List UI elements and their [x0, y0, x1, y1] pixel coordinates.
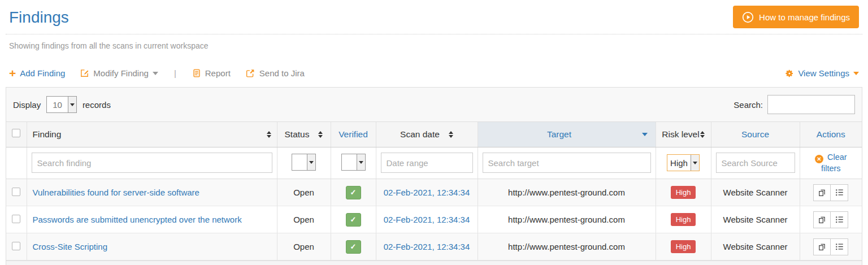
source-cell: Website Scanner	[711, 179, 800, 206]
date-range-filter-input[interactable]	[381, 153, 473, 173]
row-checkbox[interactable]	[12, 215, 20, 223]
column-header-status[interactable]: Status	[277, 122, 331, 147]
column-header-scan-date[interactable]: Scan date	[376, 122, 478, 147]
filter-actions-cell: ✕ Clear filters	[800, 147, 862, 179]
modify-finding-label: Modify Finding	[93, 68, 149, 78]
finding-cell: Vulnerabilities found for server-side so…	[27, 179, 277, 206]
page-size-control: Display 10 records	[13, 96, 111, 113]
row-checkbox-cell	[6, 206, 27, 233]
target-cell: http://www.pentest-ground.com	[478, 233, 656, 260]
global-search-input[interactable]	[767, 95, 855, 114]
how-to-manage-findings-button[interactable]: How to manage findings	[733, 6, 859, 28]
table-row: Cross-Site Scripting Open ✓ 02-Feb-2021,…	[6, 233, 862, 260]
risk-high-badge: High	[671, 213, 696, 226]
verified-cell: ✓	[331, 233, 376, 260]
records-label: records	[83, 100, 111, 110]
global-search-control: Search:	[734, 95, 855, 114]
clear-filters-button[interactable]: ✕ Clear filters	[813, 152, 848, 175]
verified-filter-value	[342, 154, 357, 170]
copy-icon	[818, 242, 826, 251]
report-label: Report	[205, 68, 231, 78]
column-header-actions: Actions	[800, 122, 862, 147]
table-filter-row: High ✕ Clear filters	[6, 147, 862, 179]
source-cell: Website Scanner	[711, 206, 800, 233]
target-cell: http://www.pentest-ground.com	[478, 179, 656, 206]
filter-status-cell	[277, 147, 331, 179]
add-finding-button[interactable]: + Add Finding	[9, 67, 65, 79]
copy-finding-button[interactable]	[813, 184, 831, 201]
actions-cell	[800, 233, 862, 260]
chevron-down-icon	[153, 72, 158, 75]
filter-target-cell	[478, 147, 656, 179]
add-finding-label: Add Finding	[20, 68, 65, 78]
play-circle-icon	[742, 11, 754, 23]
send-to-jira-label: Send to Jira	[259, 68, 305, 78]
filter-empty-cell	[6, 147, 27, 179]
scan-date-cell: 02-Feb-2021, 12:34:34	[376, 179, 478, 206]
verified-filter-select[interactable]	[341, 154, 366, 171]
finding-link[interactable]: Cross-Site Scripting	[33, 242, 108, 251]
scan-date-cell: 02-Feb-2021, 12:34:34	[376, 233, 478, 260]
finding-filter-input[interactable]	[32, 153, 272, 173]
report-button[interactable]: Report	[192, 68, 231, 78]
sort-icon	[318, 131, 323, 138]
select-arrow-icon	[68, 97, 76, 112]
status-cell: Open	[277, 206, 331, 233]
source-filter-input[interactable]	[716, 153, 795, 173]
status-cell: Open	[277, 179, 331, 206]
column-header-risk-level[interactable]: Risk level	[656, 122, 711, 147]
copy-finding-button[interactable]	[813, 211, 831, 228]
column-label: Status	[285, 129, 310, 140]
status-filter-value	[292, 154, 307, 170]
send-to-jira-button[interactable]: Send to Jira	[245, 68, 305, 78]
modify-finding-button[interactable]: Modify Finding	[80, 68, 158, 78]
actions-cell	[800, 179, 862, 206]
table-control-bar: Display 10 records Search:	[6, 88, 862, 122]
scan-date-link[interactable]: 02-Feb-2021, 12:34:34	[384, 215, 470, 224]
column-header-finding[interactable]: Finding	[27, 122, 277, 147]
list-icon	[835, 242, 844, 251]
scan-date-link[interactable]: 02-Feb-2021, 12:34:34	[384, 188, 470, 197]
sort-descending-icon	[642, 133, 648, 136]
column-header-target[interactable]: Target	[478, 122, 656, 147]
filter-date-cell	[376, 147, 478, 179]
share-icon	[245, 68, 255, 78]
scan-date-cell: 02-Feb-2021, 12:34:34	[376, 206, 478, 233]
table-footer-bar	[6, 260, 862, 265]
sort-icon	[267, 131, 271, 138]
row-checkbox[interactable]	[12, 242, 20, 250]
findings-toolbar: + Add Finding Modify Finding | Report Se…	[6, 50, 862, 87]
column-header-source[interactable]: Source	[711, 122, 800, 147]
clear-x-icon: ✕	[815, 155, 823, 163]
target-filter-input[interactable]	[483, 153, 651, 173]
column-header-verified[interactable]: Verified	[331, 122, 376, 147]
scan-date-link[interactable]: 02-Feb-2021, 12:34:34	[384, 242, 470, 251]
list-icon	[835, 188, 844, 197]
copy-finding-button[interactable]	[813, 238, 831, 255]
finding-link[interactable]: Vulnerabilities found for server-side so…	[33, 188, 199, 197]
select-arrow-icon	[307, 154, 315, 170]
how-to-button-label: How to manage findings	[759, 12, 850, 22]
finding-details-button[interactable]	[831, 238, 848, 255]
column-label: Verified	[338, 129, 368, 140]
risk-high-badge: High	[671, 186, 696, 199]
sort-icon	[449, 131, 453, 138]
verified-cell: ✓	[331, 206, 376, 233]
column-label: Actions	[817, 129, 845, 140]
edit-pencil-icon	[80, 68, 89, 78]
finding-details-button[interactable]	[831, 211, 848, 228]
status-filter-select[interactable]	[292, 154, 316, 171]
finding-details-button[interactable]	[831, 184, 848, 201]
row-checkbox-cell	[6, 233, 27, 260]
view-settings-button[interactable]: View Settings	[785, 68, 859, 78]
finding-link[interactable]: Passwords are submitted unencrypted over…	[33, 215, 242, 224]
select-all-checkbox[interactable]	[12, 129, 20, 137]
page-size-value: 10	[47, 97, 68, 112]
verified-cell: ✓	[331, 179, 376, 206]
verified-check-icon: ✓	[346, 240, 361, 254]
page-size-select[interactable]: 10	[46, 96, 77, 113]
risk-level-filter-select[interactable]: High	[667, 154, 700, 171]
select-arrow-icon	[691, 155, 699, 171]
row-checkbox[interactable]	[12, 188, 20, 196]
verified-check-icon: ✓	[346, 213, 361, 227]
